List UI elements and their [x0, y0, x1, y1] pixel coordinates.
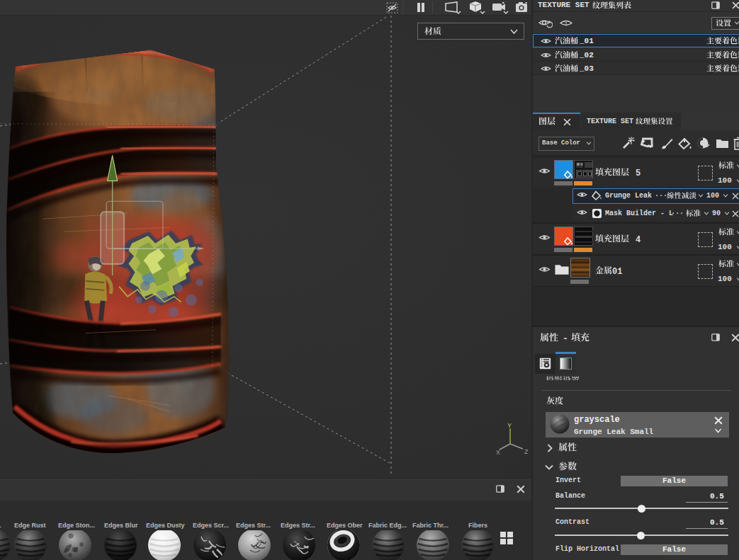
svg-text:X: X [496, 449, 500, 456]
svg-text:Y: Y [507, 423, 512, 429]
svg-text:Z: Z [524, 448, 529, 455]
svg-text:1: 1 [565, 21, 568, 27]
